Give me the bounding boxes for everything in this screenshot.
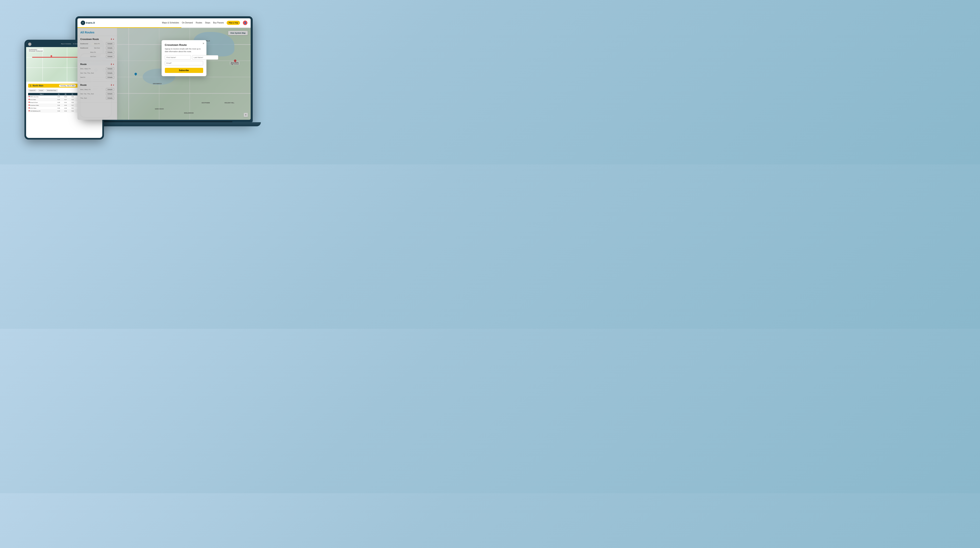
tablet-road [42,47,43,82]
nav-stops[interactable]: Stops [205,22,210,24]
time-col-sa: SA [55,93,62,95]
logo-icon: ● [81,21,85,25]
laptop-body: ● trans.it Maps & Schedules On Demand Ro… [75,16,253,122]
modal-close-button[interactable]: × [202,42,204,45]
last-name-input[interactable] [192,55,218,60]
stop-name: Old Middleburg Rd [28,110,55,113]
modal-overlay: × Crosstown Route Signup to receive emai… [78,28,251,120]
stop-name: NFLD Main [28,107,55,110]
plan-a-trip-button[interactable]: Plan a Trip [227,21,240,25]
tablet-route-date: Tuesday, July 5, 2022 [59,84,76,87]
tablet-logo: ● [28,43,31,46]
nav-links: Maps & Schedules On Demand Routes Stops … [162,21,247,25]
stop-name: 4RTC at a-2 bx [28,95,55,98]
subscribe-modal: × Crosstown Route Signup to receive emai… [162,40,207,76]
subscribe-button[interactable]: Subscribe [165,68,203,73]
time-col-sc: SC [69,93,76,95]
stop-name: Downtown Main [28,104,55,107]
modal-description: Signup to receive emails with the most u… [165,48,203,53]
modal-name-row [165,55,203,60]
nav-on-demand[interactable]: On Demand [182,22,193,24]
laptop-logo: ● trans.it [81,21,95,25]
laptop-map: ARLINGTON HILLS SAN MARCO REGENCY ESTATE… [78,28,251,120]
time-col-sb: SB [62,93,69,95]
nav-routes[interactable]: Routes [196,22,202,24]
stop-name: 4th & Main [28,98,55,101]
laptop-navbar: ● trans.it Maps & Schedules On Demand Ro… [78,18,251,27]
first-name-input[interactable] [165,55,191,60]
tablet-road [67,47,67,82]
modal-title: Crosstown Route [165,43,203,46]
laptop-screen: ● trans.it Maps & Schedules On Demand Ro… [78,18,251,120]
user-avatar[interactable]: 👤 [243,21,247,25]
tablet-map-label: SoutheasternWholesale Restaurant [28,49,43,52]
show-hide-stops-btn[interactable]: Show/Hide Stops [45,89,58,92]
laptop-device: ● trans.it Maps & Schedules On Demand Ro… [75,16,253,132]
expand-all-btn[interactable]: Expand All [28,89,37,92]
coupon-btn[interactable]: Coupon [38,89,45,92]
stop-col-header: Stop 1 [28,93,55,95]
logo-text: trans.it [86,21,95,24]
email-input[interactable] [165,61,203,65]
tablet-nav-maps[interactable]: Maps & Schedules [61,43,71,45]
nav-maps-schedules[interactable]: Maps & Schedules [162,22,179,24]
nav-buy-passes[interactable]: Buy Passes [213,22,224,24]
stop-name: Broad & Dunn [28,101,55,104]
